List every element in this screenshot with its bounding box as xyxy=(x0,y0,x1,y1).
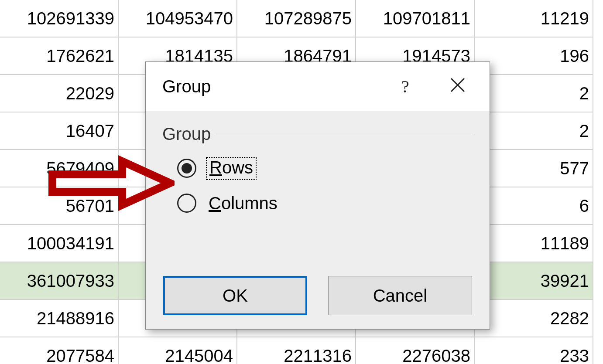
table-row: 1026913391049534701072898751097018111121… xyxy=(0,0,603,37)
section-divider xyxy=(216,134,473,134)
cell[interactable]: 196 xyxy=(475,37,593,75)
cell[interactable]: 11189 xyxy=(475,225,593,262)
cell[interactable]: 233 xyxy=(475,337,593,364)
dialog-actions: OK Cancel xyxy=(146,276,490,315)
group-section-header: Group xyxy=(162,124,473,144)
ok-button[interactable]: OK xyxy=(163,276,307,315)
group-dialog: Group ? Group Rows Columns OK Canc xyxy=(145,61,490,330)
radio-rows[interactable] xyxy=(177,159,196,178)
cell[interactable]: 107289875 xyxy=(237,0,356,37)
cell[interactable]: 361007933 xyxy=(0,262,119,300)
cell[interactable]: 1762621 xyxy=(0,37,119,75)
radio-columns-label: Columns xyxy=(206,193,280,214)
table-row: 2077584214500422113162276038233 xyxy=(0,337,603,364)
dialog-title: Group xyxy=(162,77,386,96)
dialog-titlebar: Group ? xyxy=(146,62,490,111)
cell[interactable]: 21488916 xyxy=(0,300,119,337)
cell[interactable]: 16407 xyxy=(0,112,119,150)
cancel-button[interactable]: Cancel xyxy=(328,276,472,315)
close-icon xyxy=(450,77,465,96)
cell[interactable]: 6 xyxy=(475,187,593,225)
cell[interactable]: 2276038 xyxy=(356,337,475,364)
cell[interactable]: 2 xyxy=(475,75,593,112)
group-section: Group Rows Columns xyxy=(146,111,490,216)
cell[interactable]: 2211316 xyxy=(237,337,356,364)
group-section-label: Group xyxy=(162,124,211,144)
cell[interactable]: 2282 xyxy=(475,300,593,337)
radio-row-rows[interactable]: Rows xyxy=(177,155,473,181)
cell[interactable]: 22029 xyxy=(0,75,119,112)
cell[interactable]: 2145004 xyxy=(119,337,237,364)
cell[interactable]: 39921 xyxy=(475,262,593,300)
help-button[interactable]: ? xyxy=(386,74,425,100)
dialog-body: Group Rows Columns OK Cancel xyxy=(146,111,490,329)
cell[interactable]: 109701811 xyxy=(356,0,475,37)
cell[interactable]: 5679409 xyxy=(0,150,119,187)
radio-row-columns[interactable]: Columns xyxy=(177,190,473,216)
cell[interactable]: 2 xyxy=(475,112,593,150)
cell[interactable]: 2077584 xyxy=(0,337,119,364)
cell[interactable]: 104953470 xyxy=(119,0,237,37)
cell[interactable]: 11219 xyxy=(475,0,593,37)
radio-rows-label: Rows xyxy=(206,157,257,180)
cell[interactable]: 102691339 xyxy=(0,0,119,37)
cell[interactable]: 56701 xyxy=(0,187,119,225)
close-button[interactable] xyxy=(438,74,477,100)
radio-columns[interactable] xyxy=(177,194,196,213)
cell[interactable]: 577 xyxy=(475,150,593,187)
cell[interactable]: 100034191 xyxy=(0,225,119,262)
